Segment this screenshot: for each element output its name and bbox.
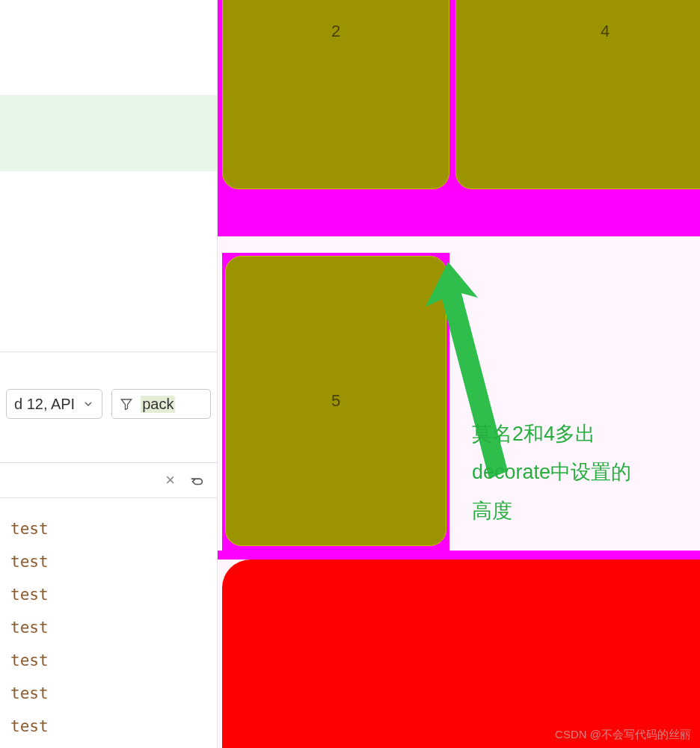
watermark: CSDN @不会写代码的丝丽 (555, 728, 691, 742)
decoration-gap-1 (218, 189, 700, 236)
log-line: test (10, 578, 217, 611)
log-line: test (10, 677, 217, 710)
funnel-icon (120, 397, 133, 411)
background-gap (218, 236, 700, 253)
annotation-line: 莫名2和4多出 (472, 415, 689, 453)
svg-marker-0 (121, 399, 132, 410)
log-line: test (10, 512, 217, 545)
annotation-text: 莫名2和4多出 decorate中设置的 高度 (472, 415, 689, 530)
ide-panel: d 12, API pack × test test test test (0, 0, 218, 748)
grid-item-5[interactable]: 5 (225, 256, 446, 546)
red-card[interactable] (222, 560, 700, 748)
grid-item-label: 5 (331, 391, 340, 411)
soft-wrap-icon[interactable] (188, 472, 205, 488)
grid-item-5-wrapper: 5 (222, 253, 449, 551)
chevron-down-icon (82, 398, 94, 410)
annotation-line: 高度 (472, 492, 689, 530)
decoration-gap-2 (218, 551, 700, 560)
log-line: test (10, 644, 217, 677)
log-line: test (10, 545, 217, 578)
log-output: test test test test test test test (10, 512, 217, 743)
device-dropdown[interactable]: d 12, API (6, 389, 102, 419)
grid-item-2[interactable]: 2 (222, 0, 449, 189)
filter-input[interactable]: pack (111, 389, 211, 419)
close-icon[interactable]: × (165, 470, 175, 490)
grid-item-label: 2 (331, 22, 340, 41)
grid-item-label: 4 (601, 22, 610, 41)
root: d 12, API pack × test test test test (0, 0, 700, 748)
grid-item-4[interactable]: 4 (455, 0, 700, 189)
annotation-line: decorate中设置的 (472, 453, 689, 491)
code-highlight-strip (0, 95, 217, 171)
logcat-toolbar: d 12, API pack (0, 389, 217, 419)
log-line: test (10, 611, 217, 644)
log-line: test (10, 710, 217, 743)
device-dropdown-text: d 12, API (14, 396, 75, 413)
emulator-screen: 2 4 5 莫名2和4多出 decorate中设置的 (218, 0, 700, 748)
panel-divider (0, 352, 217, 352)
search-row: × (0, 462, 217, 498)
grid-row-1: 2 4 (218, 0, 700, 189)
filter-text: pack (141, 396, 175, 413)
